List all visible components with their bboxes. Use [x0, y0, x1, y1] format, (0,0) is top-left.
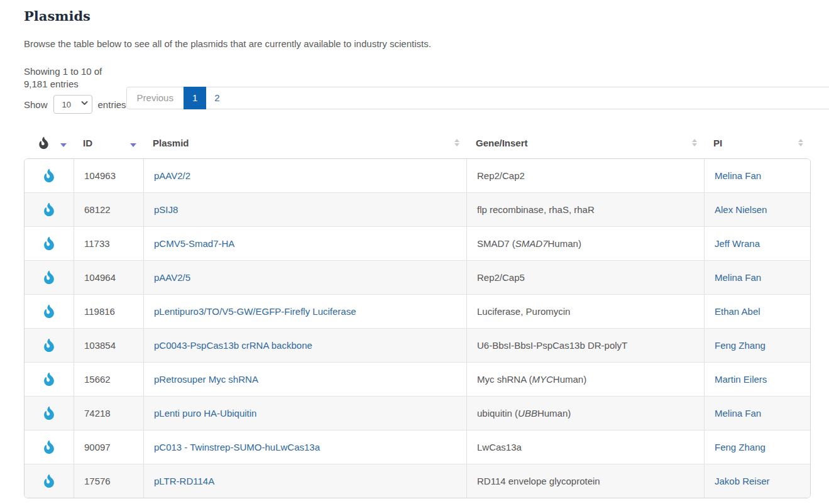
column-label: Gene/Insert	[476, 138, 528, 148]
plasmid-cell: pLentipuro3/TO/V5-GW/EGFP-Firefly Lucife…	[143, 295, 466, 328]
intro-text: Browse the table below to see all of the…	[24, 38, 810, 50]
plasmid-cell: pC0043-PspCas13b crRNA backbone	[143, 329, 466, 362]
gene-text: Luciferase, Puromycin	[477, 306, 570, 317]
page-size-select[interactable]: 10	[53, 95, 92, 114]
plasmid-link[interactable]: pAAV2/2	[154, 170, 190, 181]
flame-cell	[25, 430, 74, 464]
pi-cell: Jeff Wrana	[704, 227, 810, 260]
table-row: 104963 pAAV2/2 Rep2/Cap2 Melina Fan	[25, 159, 810, 192]
page-title: Plasmids	[24, 8, 810, 25]
pi-link[interactable]: Martin Eilers	[715, 374, 767, 385]
table-row: 15662 pRetrosuper Myc shRNA Myc shRNA (M…	[25, 362, 810, 396]
plasmid-link[interactable]: pAAV2/5	[154, 272, 190, 283]
column-label: Plasmid	[153, 138, 189, 148]
pagination-1[interactable]: 1	[184, 87, 206, 109]
flame-cell	[25, 397, 74, 430]
pi-cell: Melina Fan	[704, 397, 810, 430]
plasmid-link[interactable]: pLentipuro3/TO/V5-GW/EGFP-Firefly Lucife…	[154, 306, 356, 317]
plasmid-cell: pC013 - Twinstrep-SUMO-huLwCas13a	[143, 430, 466, 464]
gene-insert-cell: Myc shRNA (MYC Human)	[466, 363, 704, 396]
showing-entries-text: Showing 1 to 10 of 9,181 entries	[24, 65, 126, 90]
gene-text: SMAD7	[515, 238, 548, 249]
flame-icon	[44, 271, 54, 284]
flame-icon	[44, 169, 54, 182]
column-label: ID	[83, 138, 92, 148]
pi-cell: Ethan Abel	[704, 295, 810, 328]
flame-cell	[25, 329, 74, 362]
plasmid-cell: pAAV2/2	[143, 159, 466, 192]
column-header-flame[interactable]	[24, 130, 73, 155]
pi-link[interactable]: Melina Fan	[715, 272, 761, 283]
pi-cell: Melina Fan	[704, 261, 810, 294]
gene-insert-cell: RD114 envelope glycoprotein	[466, 464, 704, 498]
gene-insert-cell: Rep2/Cap2	[466, 159, 704, 192]
id-cell: 17576	[74, 464, 143, 498]
flame-cell	[25, 464, 74, 498]
gene-text: Human)	[537, 408, 571, 419]
gene-insert-cell: ubiquitin (UBB Human)	[466, 397, 704, 430]
search-and-pagination: Search table: Previous12345...919Next	[126, 60, 829, 109]
pagination-2[interactable]: 2	[206, 87, 829, 109]
id-cell: 90097	[74, 430, 143, 464]
column-header-gene-insert[interactable]: Gene/Insert	[466, 130, 703, 155]
column-header-plasmid[interactable]: Plasmid	[143, 130, 466, 155]
pi-cell: Martin Eilers	[704, 363, 810, 396]
gene-text: Rep2/Cap5	[477, 272, 525, 283]
flame-icon	[39, 137, 48, 149]
sort-both-icon	[454, 139, 459, 146]
pi-link[interactable]: Ethan Abel	[715, 306, 760, 317]
page-size-select-wrap: 10	[53, 95, 92, 114]
pi-cell: Feng Zhang	[704, 430, 810, 464]
gene-text: Rep2/Cap2	[477, 170, 525, 181]
plasmid-link[interactable]: pC0043-PspCas13b crRNA backbone	[154, 340, 312, 351]
plasmid-link[interactable]: pC013 - Twinstrep-SUMO-huLwCas13a	[154, 442, 320, 452]
table-controls: Showing 1 to 10 of 9,181 entries Show 10…	[24, 60, 810, 114]
plasmid-link[interactable]: pRetrosuper Myc shRNA	[154, 374, 258, 385]
id-cell: 15662	[74, 363, 143, 396]
plasmid-cell: pLenti puro HA-Ubiquitin	[143, 397, 466, 430]
plasmid-link[interactable]: pLenti puro HA-Ubiquitin	[154, 408, 256, 419]
plasmid-cell: pLTR-RD114A	[143, 464, 466, 498]
pi-cell: Melina Fan	[704, 159, 810, 192]
pi-link[interactable]: Feng Zhang	[715, 442, 766, 452]
gene-text: flp recombinase, rhaS, rhaR	[477, 204, 595, 215]
pi-link[interactable]: Jakob Reiser	[715, 476, 770, 486]
pi-link[interactable]: Melina Fan	[715, 170, 761, 181]
show-label: Show	[24, 99, 48, 110]
pagination-previous: Previous	[126, 87, 184, 109]
gene-insert-cell: Rep2/Cap5	[466, 261, 704, 294]
pi-link[interactable]: Jeff Wrana	[715, 238, 760, 249]
column-label: PI	[713, 138, 722, 148]
flame-icon	[44, 441, 54, 454]
id-cell: 103854	[74, 329, 143, 362]
plasmid-link[interactable]: pLTR-RD114A	[154, 476, 214, 486]
gene-text: U6-BbsI-BbsI-PspCas13b DR-polyT	[477, 340, 627, 351]
pi-link[interactable]: Feng Zhang	[715, 340, 766, 351]
pi-link[interactable]: Melina Fan	[715, 408, 761, 419]
plasmid-cell: pSIJ8	[143, 193, 466, 226]
pi-link[interactable]: Alex Nielsen	[715, 204, 767, 215]
column-header-id[interactable]: ID	[73, 130, 143, 155]
table-row: 17576 pLTR-RD114A RD114 envelope glycopr…	[25, 464, 810, 498]
flame-icon	[44, 373, 54, 386]
plasmid-link[interactable]: pSIJ8	[154, 204, 178, 215]
column-header-pi[interactable]: PI	[703, 130, 810, 155]
pagination: Previous12345...919Next	[126, 87, 829, 109]
table-row: 119816 pLentipuro3/TO/V5-GW/EGFP-Firefly…	[25, 294, 810, 328]
gene-insert-cell: flp recombinase, rhaS, rhaR	[466, 193, 704, 226]
flame-cell	[25, 261, 74, 294]
gene-text: SMAD7 (	[477, 238, 515, 249]
flame-icon	[44, 305, 54, 318]
table-header: ID Plasmid Gene/Insert PI	[24, 130, 810, 155]
plasmid-cell: pAAV2/5	[143, 261, 466, 294]
table-row: 11733 pCMV5-Smad7-HA SMAD7 (SMAD7 Human)…	[25, 226, 810, 260]
plasmid-cell: pRetrosuper Myc shRNA	[143, 363, 466, 396]
plasmid-link[interactable]: pCMV5-Smad7-HA	[154, 238, 234, 249]
flame-icon	[44, 203, 54, 216]
gene-text: LwCas13a	[477, 442, 522, 452]
table-row: 74218 pLenti puro HA-Ubiquitin ubiquitin…	[25, 396, 810, 430]
flame-cell	[25, 193, 74, 226]
flame-cell	[25, 159, 74, 192]
gene-text: MYC	[532, 374, 553, 385]
id-cell: 68122	[74, 193, 143, 226]
